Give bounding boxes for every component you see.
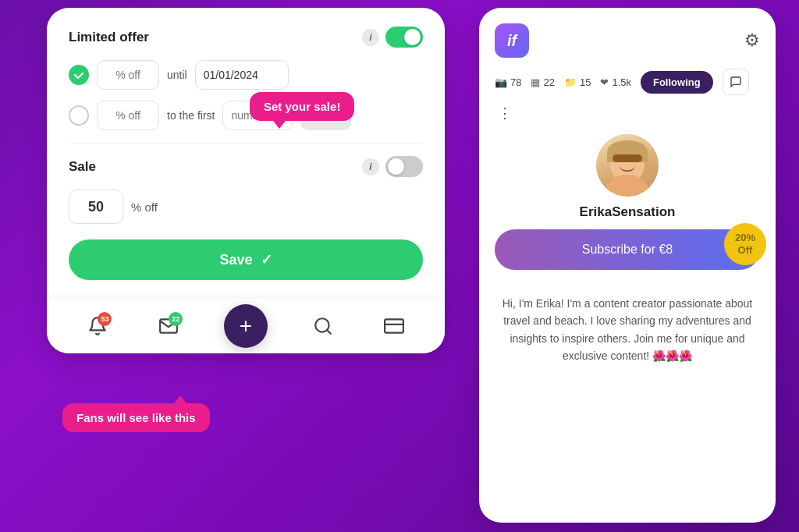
limit-row-1: until	[69, 60, 423, 90]
off-badge: 20% Off	[724, 223, 766, 265]
fans-see-text: Fans will see like this	[76, 411, 196, 424]
set-sale-text: Set your sale!	[264, 100, 340, 113]
subscribe-section: Subscribe for €8 20% Off	[495, 229, 760, 282]
limited-offer-header: Limited offer i	[69, 27, 423, 48]
subscribe-word: Subscribe	[582, 243, 637, 256]
limited-offer-info-icon[interactable]: i	[362, 29, 379, 46]
logo-text: if	[507, 32, 517, 50]
folder-icon: 📁	[564, 76, 577, 88]
off-percent: 20%	[735, 232, 755, 244]
message-icon[interactable]	[723, 69, 749, 95]
stat-videos-value: 22	[543, 76, 554, 88]
stat-likes: ❤ 1.5k	[600, 76, 631, 88]
row1-percent-input[interactable]	[97, 60, 159, 90]
stats-row: 📷 78 ▦ 22 📁 15 ❤ 1.5k Following ⋮	[495, 69, 760, 122]
set-sale-tooltip: Set your sale!	[250, 92, 354, 121]
right-panel: if ⚙ 📷 78 ▦ 22 📁 15 ❤ 1.5k Following ⋮	[479, 8, 776, 523]
plus-button[interactable]: +	[224, 304, 268, 348]
sale-toggle-group: i	[362, 156, 423, 177]
mail-nav-icon[interactable]: 22	[153, 310, 184, 342]
stat-files-value: 15	[580, 76, 591, 88]
subscribe-bar[interactable]: Subscribe for €8 20% Off	[495, 229, 760, 270]
row1-until-label: until	[167, 69, 187, 81]
save-button[interactable]: Save ✓	[69, 239, 423, 280]
row1-date-input[interactable]	[195, 60, 289, 90]
svg-rect-2	[385, 319, 403, 332]
off-label: Off	[738, 244, 753, 257]
more-icon[interactable]: ⋮	[495, 105, 515, 122]
search-nav-icon[interactable]	[307, 310, 339, 342]
stat-files: 📁 15	[564, 76, 591, 88]
divider-1	[69, 143, 423, 144]
limited-offer-toggle-group: i	[362, 27, 423, 48]
svg-line-1	[327, 330, 331, 334]
heart-icon: ❤	[600, 76, 609, 88]
video-icon: ▦	[531, 76, 540, 88]
avatar	[596, 134, 659, 197]
username: ErikaSensation	[580, 204, 676, 220]
stat-videos: ▦ 22	[531, 76, 554, 88]
plus-icon: +	[240, 314, 252, 339]
bell-badge: 53	[98, 312, 112, 326]
row1-checkbox[interactable]	[69, 65, 89, 85]
wallet-nav-icon[interactable]	[378, 310, 410, 342]
camera-icon: 📷	[495, 76, 507, 88]
limited-offer-toggle[interactable]	[385, 27, 423, 48]
mail-badge: 22	[169, 312, 183, 326]
sale-info-icon[interactable]: i	[362, 158, 379, 176]
bell-nav-icon[interactable]: 53	[82, 310, 113, 342]
row2-to-first-label: to the first	[167, 109, 215, 122]
row2-checkbox[interactable]	[69, 105, 89, 126]
bio-text: Hi, I'm Erika! I'm a content creator pas…	[495, 295, 760, 365]
sale-header: Sale i	[69, 156, 423, 177]
stat-likes-value: 1.5k	[612, 76, 631, 88]
stat-photos: 📷 78	[495, 76, 521, 88]
stat-photos-value: 78	[510, 76, 521, 88]
limited-offer-title: Limited offer	[69, 30, 149, 45]
bottom-nav: 53 22 +	[47, 299, 445, 353]
subscribe-for: for	[641, 243, 655, 256]
subscribe-price: €8	[659, 243, 673, 256]
fans-see-tooltip: Fans will see like this	[62, 403, 210, 432]
right-card-header: if ⚙	[495, 23, 760, 58]
sale-toggle[interactable]	[385, 156, 423, 177]
sale-value-row: 50 % off	[69, 190, 423, 224]
following-button[interactable]: Following	[641, 71, 713, 94]
if-logo: if	[495, 23, 529, 58]
left-panel: Limited offer i until to the first Subs.…	[47, 8, 445, 353]
row2-percent-input[interactable]	[97, 101, 159, 130]
profile-section: ErikaSensation Subscribe for €8 20% Off …	[495, 134, 760, 365]
gear-icon[interactable]: ⚙	[744, 30, 760, 51]
save-checkmark: ✓	[261, 251, 272, 268]
subscribe-label: Subscribe for €8	[582, 243, 673, 257]
limit-row-2: to the first Subs...	[69, 101, 423, 130]
save-label: Save	[219, 252, 252, 268]
sale-percent-label: % off	[131, 200, 158, 214]
sale-value-box[interactable]: 50	[69, 190, 123, 224]
sale-title: Sale	[69, 159, 96, 175]
